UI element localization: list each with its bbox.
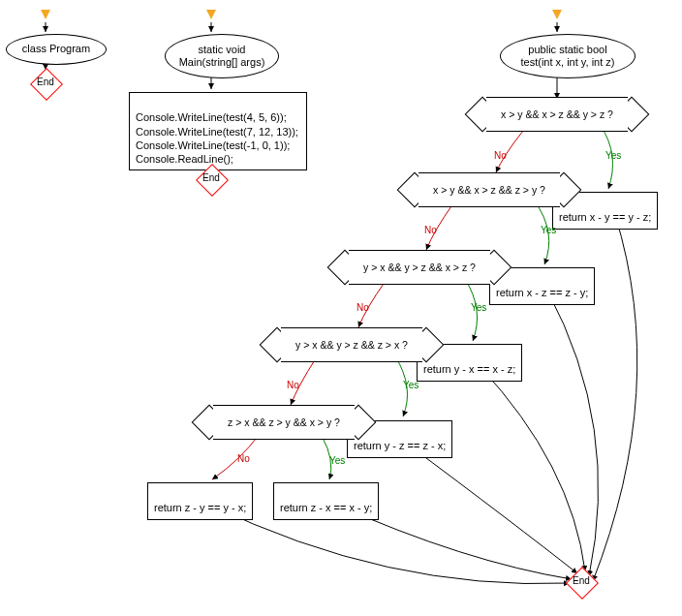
yes-label: Yes <box>403 380 418 390</box>
decision-3-text: y > x && y > z && x > z ? <box>363 262 476 273</box>
yes-label: Yes <box>605 150 621 161</box>
decision-1-text: x > y && x > z && y > z ? <box>501 108 613 120</box>
test-method-label: public static bool test(int x, int y, in… <box>521 44 615 69</box>
no-label: No <box>356 302 369 313</box>
return-2-text: return x - z == z - y; <box>496 287 588 298</box>
main-method-label: static void Main(string[] args) <box>179 44 265 69</box>
class-program-label: class Program <box>22 43 90 55</box>
start-arrow-icon <box>552 10 562 19</box>
end-label: End <box>567 575 596 586</box>
no-label: No <box>424 225 437 235</box>
no-label: No <box>494 150 507 161</box>
decision-5: z > x && z > y && x > y ? <box>202 405 366 440</box>
main-method-ellipse: static void Main(string[] args) <box>165 34 279 78</box>
main-body-text: Console.WriteLine(test(4, 5, 6)); Consol… <box>136 111 298 165</box>
flowchart-edges <box>0 0 682 616</box>
decision-4-text: y > x && y > z && z > x ? <box>295 339 408 351</box>
final-return-text: return z - y == y - x; <box>154 502 246 513</box>
start-arrow-icon <box>206 10 216 19</box>
decision-3: y > x && y > z && x > z ? <box>337 250 502 285</box>
yes-label: Yes <box>541 225 556 235</box>
end-label: End <box>197 172 226 183</box>
class-program-ellipse: class Program <box>6 34 107 65</box>
decision-2-text: x > y && x > z && z > y ? <box>433 184 545 196</box>
end-node-col1: End <box>31 71 60 96</box>
yes-label: Yes <box>329 455 345 466</box>
decision-1: x > y && x > z && y > z ? <box>475 97 639 132</box>
return-3-text: return y - x == x - z; <box>423 363 515 375</box>
no-label: No <box>237 453 250 464</box>
decision-2: x > y && x > z && z > y ? <box>407 172 572 207</box>
return-5: return z - x == x - y; <box>273 482 379 520</box>
end-node-col3: End <box>567 570 596 595</box>
decision-4: y > x && y > z && z > x ? <box>269 327 434 362</box>
test-method-ellipse: public static bool test(int x, int y, in… <box>500 34 636 78</box>
return-5-text: return z - x == x - y; <box>280 502 372 513</box>
end-label: End <box>31 77 60 87</box>
main-body-rect: Console.WriteLine(test(4, 5, 6)); Consol… <box>129 92 307 170</box>
final-return: return z - y == y - x; <box>147 482 253 520</box>
no-label: No <box>287 380 299 390</box>
end-node-col2: End <box>197 167 226 192</box>
decision-5-text: z > x && z > y && x > y ? <box>228 416 340 428</box>
return-4-text: return y - z == z - x; <box>354 440 446 451</box>
yes-label: Yes <box>471 302 486 313</box>
start-arrow-icon <box>41 10 50 19</box>
return-1-text: return x - y == y - z; <box>559 211 651 223</box>
